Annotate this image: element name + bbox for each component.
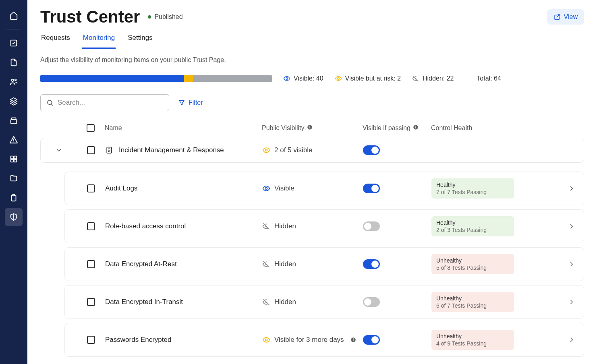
row-name: Data Encrypted At-Rest bbox=[105, 260, 262, 268]
search-input[interactable] bbox=[58, 99, 163, 107]
status-dot-icon bbox=[148, 15, 151, 19]
info-icon[interactable]: i bbox=[350, 337, 356, 343]
row-name: Role-based access control bbox=[105, 222, 262, 230]
svg-rect-4 bbox=[12, 118, 16, 120]
tab-monitoring[interactable]: Monitoring bbox=[82, 31, 116, 49]
bar-hidden bbox=[193, 75, 272, 82]
row-toggle[interactable] bbox=[363, 297, 380, 307]
nav-shield[interactable] bbox=[5, 208, 23, 226]
col-public-visibility: Public Visibilityi bbox=[262, 124, 363, 132]
table-row[interactable]: Audit Logs Visible Healthy7 of 7 Tests P… bbox=[64, 172, 584, 205]
svg-point-19 bbox=[265, 149, 267, 151]
view-label: View bbox=[564, 13, 578, 21]
row-arrow[interactable] bbox=[568, 298, 575, 306]
info-icon[interactable]: i bbox=[413, 124, 419, 130]
nav-layers[interactable] bbox=[5, 92, 23, 110]
status-badge: Published bbox=[148, 13, 182, 21]
eye-icon bbox=[262, 336, 270, 344]
tab-requests[interactable]: Requests bbox=[40, 31, 71, 49]
eye-icon bbox=[262, 184, 270, 192]
group-row[interactable]: Incident Management & Response 2 of 5 vi… bbox=[40, 138, 584, 163]
nav-apps[interactable] bbox=[5, 150, 23, 168]
toolbar: Filter bbox=[40, 94, 584, 111]
row-toggle[interactable] bbox=[363, 184, 380, 193]
table-row[interactable]: Data Encrypted In-Transit Hidden Unhealt… bbox=[64, 285, 584, 319]
svg-point-20 bbox=[265, 188, 267, 190]
eye-icon bbox=[335, 75, 342, 82]
row-arrow[interactable] bbox=[568, 223, 575, 230]
svg-point-2 bbox=[15, 79, 17, 81]
info-icon[interactable]: i bbox=[307, 124, 313, 130]
eye-off-icon bbox=[262, 298, 270, 306]
row-checkbox[interactable] bbox=[87, 260, 95, 268]
main-content: Trust Center Published View Requests Mon… bbox=[27, 0, 597, 364]
row-arrow[interactable] bbox=[568, 185, 575, 192]
bar-at-risk bbox=[184, 75, 193, 82]
row-checkbox[interactable] bbox=[87, 184, 95, 192]
group-toggle[interactable] bbox=[363, 145, 380, 155]
row-toggle[interactable] bbox=[363, 221, 380, 231]
nav-archive[interactable] bbox=[5, 112, 23, 129]
select-all-checkbox[interactable] bbox=[87, 124, 95, 132]
status-label: Published bbox=[154, 13, 182, 21]
row-name: Passwords Encrypted bbox=[105, 336, 262, 344]
row-toggle[interactable] bbox=[363, 259, 380, 269]
group-visibility: 2 of 5 visible bbox=[262, 146, 363, 154]
nav-home[interactable] bbox=[5, 6, 23, 24]
health-badge: Healthy7 of 7 Tests Passing bbox=[431, 178, 514, 199]
col-name: Name bbox=[105, 124, 262, 132]
svg-rect-7 bbox=[11, 159, 13, 162]
nav-clipboard[interactable] bbox=[5, 189, 23, 207]
stat-at-risk: Visible but at risk: 2 bbox=[335, 75, 401, 82]
row-visibility: Hidden bbox=[262, 298, 363, 306]
nav-tasks[interactable] bbox=[5, 34, 23, 52]
eye-off-icon bbox=[412, 75, 419, 82]
table-header: Name Public Visibilityi Visible if passi… bbox=[40, 118, 584, 138]
filter-button[interactable]: Filter bbox=[178, 99, 203, 106]
row-checkbox[interactable] bbox=[87, 298, 95, 306]
row-arrow[interactable] bbox=[568, 261, 575, 268]
stat-hidden: Hidden: 22 bbox=[412, 75, 454, 82]
row-visibility: Visible bbox=[262, 184, 363, 192]
eye-off-icon bbox=[262, 222, 270, 230]
table-row[interactable]: Passwords Encrypted Visible for 3 more d… bbox=[64, 323, 584, 357]
page-header: Trust Center Published View bbox=[40, 7, 584, 27]
svg-rect-5 bbox=[11, 156, 13, 159]
row-checkbox[interactable] bbox=[87, 336, 95, 344]
page-title: Trust Center bbox=[40, 7, 140, 27]
tabs: Requests Monitoring Settings bbox=[40, 31, 584, 49]
search-icon bbox=[46, 99, 54, 106]
health-badge: Unhealthy4 of 9 Tests Passing bbox=[431, 330, 514, 350]
svg-text:i: i bbox=[352, 338, 353, 342]
row-toggle[interactable] bbox=[363, 335, 380, 345]
nav-people[interactable] bbox=[5, 73, 23, 91]
nav-folder[interactable] bbox=[5, 170, 23, 187]
health-badge: Healthy2 of 3 Tests Passing bbox=[431, 216, 514, 236]
view-button[interactable]: View bbox=[547, 9, 584, 25]
expand-toggle[interactable] bbox=[55, 147, 62, 154]
visibility-bar bbox=[40, 75, 272, 82]
health-badge: Unhealthy5 of 8 Tests Passing bbox=[431, 254, 514, 274]
bar-visible bbox=[40, 75, 184, 82]
nav-documents[interactable] bbox=[5, 54, 23, 71]
stat-visible: Visible: 40 bbox=[283, 75, 323, 82]
group-checkbox[interactable] bbox=[87, 146, 95, 154]
sidebar bbox=[0, 0, 27, 364]
row-name: Data Encrypted In-Transit bbox=[105, 298, 262, 306]
filter-icon bbox=[178, 99, 185, 106]
tab-settings[interactable]: Settings bbox=[127, 31, 153, 49]
table-row[interactable]: Role-based access control Hidden Healthy… bbox=[64, 209, 584, 243]
svg-text:i: i bbox=[415, 126, 416, 129]
svg-rect-8 bbox=[14, 159, 17, 162]
nav-alerts[interactable] bbox=[5, 131, 23, 149]
row-arrow[interactable] bbox=[568, 336, 575, 343]
eye-icon bbox=[283, 75, 290, 82]
health-badge: Unhealthy6 of 7 Tests Passing bbox=[431, 292, 514, 312]
table-row[interactable]: Data Encrypted At-Rest Hidden Unhealthy5… bbox=[64, 247, 584, 281]
row-checkbox[interactable] bbox=[87, 222, 95, 230]
svg-point-21 bbox=[265, 339, 267, 341]
row-visibility: Hidden bbox=[262, 222, 363, 230]
row-name: Audit Logs bbox=[105, 184, 262, 192]
search-box[interactable] bbox=[40, 94, 169, 111]
eye-icon bbox=[262, 146, 270, 154]
